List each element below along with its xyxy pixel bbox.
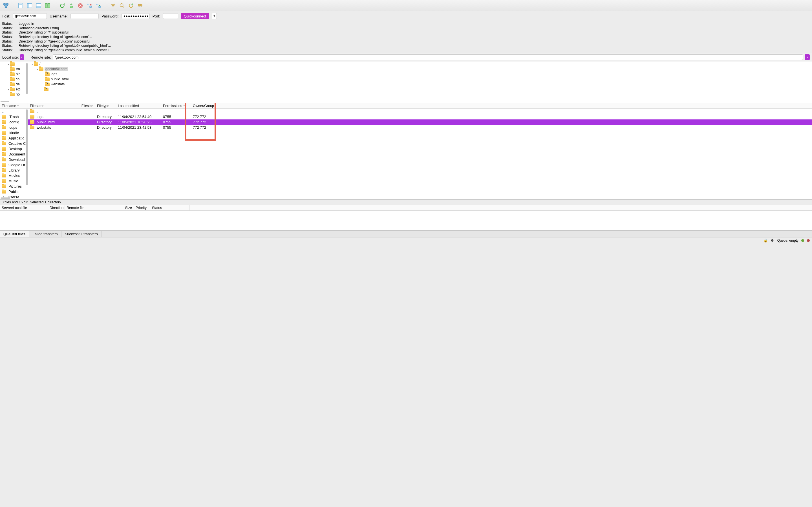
toggle-local-tree-button[interactable]	[26, 1, 34, 10]
list-item[interactable]: Pictures	[0, 184, 28, 189]
tree-item[interactable]	[28, 87, 812, 92]
reconnect-button[interactable]	[94, 1, 103, 10]
local-site-dropdown[interactable]: ▾	[20, 54, 24, 60]
quickconnect-button[interactable]: Quickconnect	[181, 13, 209, 19]
list-item[interactable]: Google Dr	[0, 162, 28, 168]
list-item[interactable]: Public	[0, 189, 28, 194]
tab-failed-transfers[interactable]: Failed transfers	[29, 231, 61, 237]
process-queue-button[interactable]	[67, 1, 75, 10]
toggle-queue-button[interactable]	[35, 1, 43, 10]
filter-button[interactable]	[109, 1, 117, 10]
tree-item[interactable]: public_html	[28, 76, 812, 82]
message-log[interactable]: Status:Logged inStatus:Retrieving direct…	[0, 21, 812, 53]
column-owner-group[interactable]: Owner/Group	[193, 104, 214, 108]
column-permissions[interactable]: Permissions	[163, 104, 182, 108]
remote-file-list[interactable]: Filename Filesize Filetype Last modified…	[28, 103, 812, 200]
disconnect-button[interactable]	[85, 1, 94, 10]
sync-browse-button[interactable]	[43, 1, 52, 10]
tree-item[interactable]: bir	[0, 71, 28, 76]
file-name: Creative C	[8, 142, 26, 146]
list-item[interactable]: Movies	[0, 173, 28, 178]
remote-site-dropdown[interactable]: ▾	[805, 54, 810, 60]
list-item[interactable]: Download	[0, 157, 28, 162]
column-last-modified[interactable]: Last modified	[118, 104, 139, 108]
column-server-local[interactable]: Server/Local file	[2, 206, 27, 210]
list-item[interactable]: .config	[0, 119, 28, 125]
remote-column-header[interactable]: Filename Filesize Filetype Last modified…	[28, 103, 812, 109]
tree-item[interactable]: co	[0, 76, 28, 82]
list-item[interactable]: logs Directory 11/04/2021 23:54:40 0755 …	[28, 114, 812, 119]
tree-item[interactable]: Vo	[0, 66, 28, 71]
file-lists: Filename⌃ ...Trash.config.cups.kindleApp…	[0, 103, 812, 200]
tree-item[interactable]: ▾/	[28, 61, 812, 66]
local-directory-tree[interactable]: ▸Vobircode▸etcho	[0, 61, 28, 103]
host-input[interactable]	[13, 13, 47, 19]
list-item[interactable]: public_html Directory 11/05/2021 10:20:2…	[28, 119, 812, 125]
file-name: Movies	[8, 173, 20, 178]
cancel-button[interactable]	[76, 1, 85, 10]
tree-item[interactable]: ▸etc	[0, 87, 28, 92]
list-item[interactable]: webstats Directory 11/04/2021 23:42:53 0…	[28, 125, 812, 130]
tree-item[interactable]: webstats	[28, 82, 812, 87]
column-filename[interactable]: Filename	[2, 104, 16, 108]
list-item[interactable]: ..	[28, 109, 812, 114]
svg-point-24	[140, 4, 142, 6]
tree-item[interactable]: ▾geekto5k.com	[28, 66, 812, 71]
folder-icon	[2, 126, 6, 129]
log-label: Status:	[2, 48, 13, 53]
directory-compare-button[interactable]	[118, 1, 126, 10]
remote-directory-tree[interactable]: ▾/▾geekto5k.comlogspublic_htmlwebstats	[28, 61, 812, 103]
sitemanager-button[interactable]	[2, 1, 10, 10]
local-file-list[interactable]: Filename⌃ ...Trash.config.cups.kindleApp…	[0, 103, 28, 200]
password-input[interactable]	[121, 13, 150, 19]
scrollbar-thumb[interactable]	[1, 198, 10, 199]
toggle-log-button[interactable]	[16, 1, 25, 10]
column-filesize[interactable]: Filesize	[82, 104, 93, 108]
column-direction[interactable]: Direction	[50, 206, 63, 210]
scrollbar-thumb[interactable]	[1, 101, 9, 102]
remote-site-path-input[interactable]: /geekto5k.com	[53, 54, 803, 60]
disclosure-icon[interactable]: ▸	[7, 88, 10, 91]
tab-successful-transfers[interactable]: Successful transfers	[61, 231, 101, 237]
folder-icon	[2, 142, 6, 145]
username-input[interactable]	[70, 13, 99, 19]
queue-body[interactable]	[0, 211, 812, 230]
column-status[interactable]: Status	[152, 206, 162, 210]
transfer-queue[interactable]: Server/Local file Direction Remote file …	[0, 205, 812, 230]
host-label: Host:	[2, 14, 10, 18]
list-item[interactable]: .cups	[0, 125, 28, 130]
list-item[interactable]: Desktop	[0, 146, 28, 152]
disclosure-icon[interactable]: ▸	[7, 62, 10, 66]
column-filename[interactable]: Filename	[30, 104, 44, 108]
local-column-header[interactable]: Filename⌃	[0, 103, 28, 109]
column-remote-file[interactable]: Remote file	[66, 206, 84, 210]
list-item[interactable]: Library	[0, 168, 28, 173]
list-item[interactable]: ..	[0, 109, 28, 114]
quickconnect-history-dropdown[interactable]: ▼	[212, 13, 217, 19]
scrollbar-thumb[interactable]	[26, 63, 28, 94]
queue-column-header[interactable]: Server/Local file Direction Remote file …	[0, 205, 812, 211]
list-item[interactable]: Creative C	[0, 141, 28, 146]
column-filetype[interactable]: Filetype	[97, 104, 109, 108]
port-input[interactable]	[163, 13, 178, 19]
scrollbar-thumb[interactable]	[26, 109, 28, 185]
file-permissions: 0755	[161, 125, 191, 129]
auto-refresh-button[interactable]	[127, 1, 135, 10]
tree-item[interactable]: ▸	[0, 61, 28, 66]
list-item[interactable]: Applicatio	[0, 135, 28, 141]
refresh-button[interactable]	[58, 1, 66, 10]
tab-queued-files[interactable]: Queued files	[0, 231, 29, 237]
column-size[interactable]: Size	[125, 206, 132, 210]
list-item[interactable]: Music	[0, 178, 28, 184]
find-button[interactable]	[136, 1, 144, 10]
column-priority[interactable]: Priority	[136, 206, 147, 210]
list-item[interactable]: Document	[0, 152, 28, 157]
tree-item[interactable]: logs	[28, 71, 812, 76]
disclosure-icon[interactable]: ▾	[36, 68, 39, 71]
list-item[interactable]: .Trash	[0, 114, 28, 119]
tree-item[interactable]: de	[0, 82, 28, 87]
tree-item[interactable]: ho	[0, 92, 28, 97]
disclosure-icon[interactable]: ▾	[31, 62, 34, 66]
folder-icon	[2, 190, 6, 193]
list-item[interactable]: .kindle	[0, 130, 28, 135]
